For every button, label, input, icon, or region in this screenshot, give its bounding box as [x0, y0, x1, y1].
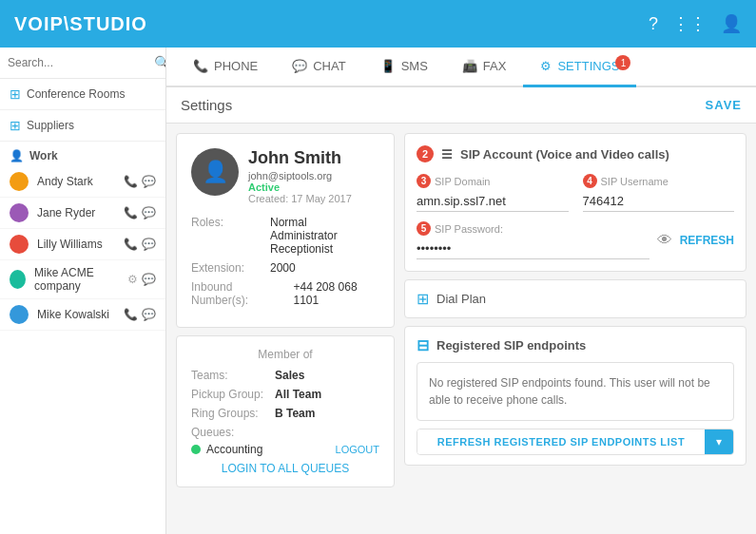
refresh-sip-btn[interactable]: REFRESH REGISTERED SIP ENDPOINTS LIST ▾ — [417, 429, 734, 455]
tab-phone-label: PHONE — [214, 59, 258, 73]
person-icon: 👤 — [10, 149, 24, 162]
avatar — [10, 305, 29, 324]
profile-name: John Smith — [248, 148, 352, 168]
domain-badge: 3 — [417, 174, 431, 188]
settings-tab-icon: ⚙ — [540, 59, 552, 73]
dial-plan-card[interactable]: ⊞ Dial Plan — [404, 279, 746, 318]
profile-top: 👤 John Smith john@siptools.org Active Cr… — [191, 148, 379, 204]
sidebar-contact-jane[interactable]: Jane Ryder 📞 💬 — [0, 198, 165, 229]
inbound-row: Inbound Number(s): +44 208 068 1101 — [191, 280, 379, 307]
user-icon[interactable]: 👤 — [721, 13, 742, 34]
contact-icons: 📞 💬 — [124, 308, 156, 321]
phone-icon[interactable]: 📞 — [124, 175, 138, 188]
username-badge: 4 — [583, 174, 597, 188]
main-layout: 🔍 ⚙ ⊞ Conference Rooms ⊞ Suppliers 👤 Wor… — [0, 48, 756, 534]
profile-info: John Smith john@siptools.org Active Crea… — [248, 148, 352, 204]
suppliers-label: Suppliers — [27, 119, 74, 132]
sidebar-contact-andy[interactable]: Andy Stark 📞 💬 — [0, 166, 165, 198]
sip-password-label: 5 SIP Password: — [417, 221, 649, 236]
fax-tab-icon: 📠 — [462, 59, 477, 73]
pickup-value: All Team — [275, 388, 321, 401]
contact-icons: ⚙ 💬 — [127, 273, 156, 286]
avatar — [10, 172, 29, 191]
chat-icon[interactable]: 💬 — [142, 238, 156, 251]
eye-icon[interactable]: 👁 — [657, 232, 672, 249]
sidebar-contact-mike-acme[interactable]: Mike ACME company ⚙ 💬 — [0, 260, 165, 299]
inbound-value: +44 208 068 1101 — [293, 280, 379, 307]
tab-chat[interactable]: 💬 CHAT — [275, 48, 362, 87]
password-icons: 👁 REFRESH — [657, 232, 734, 249]
sip-password-field: 5 SIP Password: •••••••• — [417, 221, 649, 259]
chat-icon[interactable]: 💬 — [142, 206, 156, 219]
tabs: 📞 PHONE 💬 CHAT 📱 SMS 📠 FAX ⚙ SETTINGS 1 — [166, 48, 756, 87]
contact-icons: 📞 💬 — [124, 206, 156, 219]
sms-tab-icon: 📱 — [380, 59, 396, 73]
tab-settings-label: SETTINGS — [557, 59, 619, 73]
refresh-sip-main-button[interactable]: REFRESH REGISTERED SIP ENDPOINTS LIST — [417, 429, 705, 454]
login-all-queues-button[interactable]: LOGIN TO ALL QUEUES — [191, 462, 379, 475]
contact-icons: 📞 💬 — [124, 175, 156, 188]
tab-fax-label: FAX — [483, 59, 507, 73]
extension-row: Extension: 2000 — [191, 261, 379, 275]
ring-label: Ring Groups: — [191, 407, 267, 420]
queue-row: Accounting LOGOUT — [191, 443, 379, 456]
avatar: 👤 — [191, 148, 239, 196]
sidebar-work-group: 👤 Work — [0, 142, 165, 166]
chat-icon[interactable]: 💬 — [142, 175, 156, 188]
phone-icon[interactable]: 📞 — [124, 206, 138, 219]
sidebar-contact-mike-k[interactable]: Mike Kowalski 📞 💬 — [0, 299, 165, 331]
extension-label: Extension: — [191, 261, 262, 275]
ring-row: Ring Groups: B Team — [191, 407, 379, 420]
sidebar-contact-lilly[interactable]: Lilly Williams 📞 💬 — [0, 229, 165, 260]
search-input[interactable] — [8, 56, 150, 69]
notification-badge: 1 — [615, 55, 630, 70]
search-icon[interactable]: 🔍 — [154, 55, 166, 70]
right-panel: 2 ☰ SIP Account (Voice and Video calls) … — [404, 133, 746, 487]
gear-icon[interactable]: ⚙ — [127, 273, 138, 286]
sidebar-conference-rooms[interactable]: ⊞ Conference Rooms — [0, 79, 165, 110]
tab-sms[interactable]: 📱 SMS — [363, 48, 445, 87]
help-icon[interactable]: ? — [649, 14, 658, 34]
logo: VOIP\STUDIO — [14, 13, 147, 35]
queue-name: Accounting — [206, 443, 330, 456]
password-badge: 5 — [417, 221, 431, 236]
profile-details: Roles: NormalAdministratorReceptionist E… — [191, 216, 379, 307]
roles-value: NormalAdministratorReceptionist — [270, 216, 338, 256]
teams-value: Sales — [275, 369, 304, 382]
profile-card: 👤 John Smith john@siptools.org Active Cr… — [176, 133, 395, 328]
content-area: 📞 PHONE 💬 CHAT 📱 SMS 📠 FAX ⚙ SETTINGS 1 — [166, 48, 756, 534]
phone-icon[interactable]: 📞 — [124, 308, 138, 321]
logout-button[interactable]: LOGOUT — [336, 444, 379, 455]
sidebar: 🔍 ⚙ ⊞ Conference Rooms ⊞ Suppliers 👤 Wor… — [0, 48, 166, 534]
page-title: Settings — [181, 97, 232, 113]
dial-plan-title: Dial Plan — [436, 292, 486, 306]
chat-tab-icon: 💬 — [292, 59, 307, 73]
sip-icon: ☰ — [441, 147, 453, 162]
refresh-password-button[interactable]: REFRESH — [680, 234, 734, 247]
sidebar-suppliers[interactable]: ⊞ Suppliers — [0, 110, 165, 142]
grid-icon[interactable]: ⋮⋮ — [672, 13, 707, 34]
sip-domain-field: 3 SIP Domain amn.sip.ssl7.net — [417, 174, 569, 212]
refresh-sip-arrow[interactable]: ▾ — [705, 429, 733, 454]
tab-settings[interactable]: ⚙ SETTINGS 1 — [523, 48, 636, 87]
sip-domain-value: amn.sip.ssl7.net — [417, 191, 569, 212]
extension-value: 2000 — [270, 261, 296, 275]
tab-phone[interactable]: 📞 PHONE — [176, 48, 275, 87]
profile-created: Created: 17 May 2017 — [248, 193, 352, 204]
avatar — [10, 235, 29, 254]
pickup-label: Pickup Group: — [191, 388, 267, 401]
teams-label: Teams: — [191, 369, 267, 382]
save-button[interactable]: SAVE — [706, 98, 742, 112]
chat-icon[interactable]: 💬 — [142, 273, 156, 286]
tab-sms-label: SMS — [401, 59, 428, 73]
member-card: Member of Teams: Sales Pickup Group: All… — [176, 335, 395, 487]
sip-password-value: •••••••• — [417, 238, 649, 259]
sip-username-value: 746412 — [583, 191, 735, 212]
queues-label: Queues: — [191, 426, 379, 439]
phone-icon[interactable]: 📞 — [124, 238, 138, 251]
tab-fax[interactable]: 📠 FAX — [445, 48, 524, 87]
sip-title-text: SIP Account (Voice and Video calls) — [460, 147, 669, 162]
chat-icon[interactable]: 💬 — [142, 308, 156, 321]
profile-status: Active — [248, 181, 352, 193]
registered-sip-card: ⊟ Registered SIP endpoints No registered… — [404, 326, 746, 466]
